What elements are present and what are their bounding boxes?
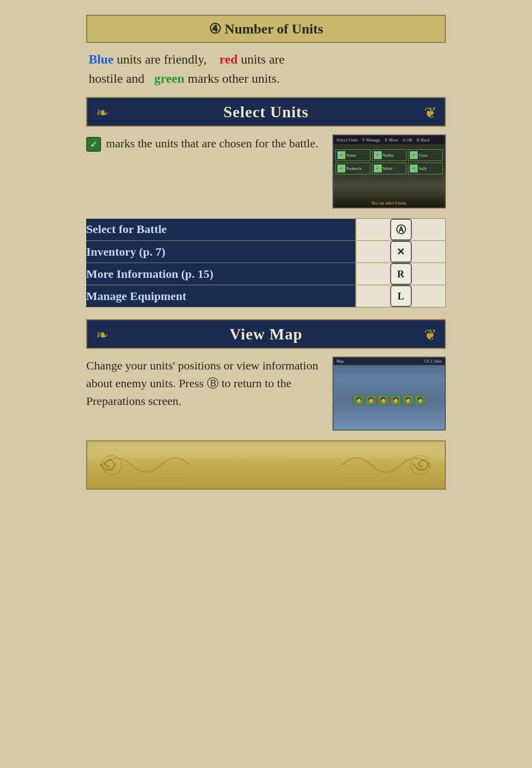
map-terrain: 🧑 🧑 🧑 🧑 🧑 🧑	[333, 367, 445, 430]
svg-text:❧: ❧	[96, 104, 108, 121]
key-badge-l: L	[390, 285, 412, 307]
unit-icon-5: ✓	[374, 165, 382, 172]
map-info-left: Map	[336, 359, 344, 364]
ornament-left-select: ❧	[91, 101, 113, 123]
select-units-title: Select Units	[113, 103, 419, 121]
screenshot-ui-title: Select Units	[336, 137, 358, 142]
view-map-desc: Change your units' positions or view inf…	[86, 359, 318, 407]
unit-name-3: Lissa	[419, 153, 427, 158]
unit-icon-2: ✓	[374, 151, 382, 159]
ornament-left-view-map: ❧	[91, 323, 113, 345]
screenshot-ui-y: Y Manage	[362, 137, 380, 142]
view-map-title-bar: ❧ View Map ❦	[86, 319, 446, 349]
green-label: green	[154, 71, 185, 86]
svg-text:❦: ❦	[424, 104, 436, 121]
map-unit-4: 🧑	[390, 395, 401, 405]
btn-key-l: L	[356, 285, 445, 307]
screenshot-bottom-text: You can select 0 more.	[333, 201, 445, 205]
map-info-bar: Map Ch 1: Vake	[333, 358, 445, 365]
unit-icon-1: ✓	[337, 151, 345, 159]
unit-icon-6: ✓	[410, 165, 418, 172]
page-container: ④ Number of Units Blue units are friendl…	[0, 0, 532, 768]
view-map-title: View Map	[113, 325, 419, 343]
view-map-desc-area: Change your units' positions or view inf…	[86, 357, 446, 431]
unit-cell-3: ✓ Lissa	[408, 149, 443, 161]
section-header-box: ④ Number of Units	[86, 15, 446, 43]
blue-label: Blue	[89, 52, 114, 67]
unit-cell-5: ✓ Miriel	[372, 163, 407, 174]
select-units-desc-area: ✓ marks the units that are chosen for th…	[86, 134, 446, 208]
table-row: Select for Battle Ⓐ	[86, 219, 446, 241]
map-unit-6: 🧑	[415, 395, 426, 405]
unit-cell-1: ✓ Senna	[335, 149, 370, 161]
deco-svg	[87, 441, 445, 489]
text-after-blue: units are friendly,	[117, 52, 216, 67]
view-map-desc-text: Change your units' positions or view inf…	[86, 357, 324, 410]
text-after-green: marks other units.	[188, 71, 280, 86]
btn-label-inventory: Inventory (p. 7)	[86, 241, 356, 263]
map-unit-2: 🧑	[366, 395, 376, 405]
select-units-desc-text: ✓ marks the units that are chosen for th…	[86, 134, 324, 152]
select-units-desc: marks the units that are chosen for the …	[106, 137, 318, 150]
content-wrapper: ④ Number of Units Blue units are friendl…	[86, 10, 446, 495]
btn-label-select-for-battle: Select for Battle	[86, 219, 356, 241]
section-title: Number of Units	[225, 21, 323, 36]
view-map-screenshot-col: Map Ch 1: Vake 🧑 🧑 🧑 🧑 🧑 🧑	[332, 357, 446, 431]
ornament-right-select: ❦	[419, 101, 441, 123]
view-map-screenshot: Map Ch 1: Vake 🧑 🧑 🧑 🧑 🧑 🧑	[332, 357, 446, 431]
btn-key-a: Ⓐ	[356, 219, 445, 241]
key-badge-r: R	[390, 263, 412, 285]
unit-name-2: Nadine	[383, 153, 394, 158]
map-unit-5: 🧑	[402, 395, 413, 405]
check-mark-icon: ✓	[86, 137, 101, 152]
screenshot-ui-a: A OK	[402, 137, 412, 142]
select-units-screenshot: Select Units Y Manage X More A OK B Back…	[332, 134, 446, 208]
units-grid: ✓ Senna ✓ Nadine ✓ Lissa ✓	[335, 149, 443, 174]
key-badge-x: ✕	[390, 241, 412, 263]
unit-icon-3: ✓	[410, 151, 418, 159]
unit-icon-4: ✓	[337, 165, 345, 172]
table-row: More Information (p. 15) R	[86, 263, 446, 285]
svg-text:❧: ❧	[96, 327, 108, 343]
button-table: Select for Battle Ⓐ Inventory (p. 7) ✕	[86, 218, 446, 307]
section-number: ④	[209, 21, 221, 36]
unit-name-6: Sully	[419, 167, 427, 171]
color-description: Blue units are friendly, red units are h…	[86, 50, 446, 88]
select-units-screenshot-col: Select Units Y Manage X More A OK B Back…	[332, 134, 446, 208]
svg-text:❦: ❦	[424, 327, 436, 343]
key-badge-a: Ⓐ	[390, 219, 412, 240]
unit-name-5: Miriel	[383, 167, 393, 171]
unit-name-4: Frederick	[346, 167, 362, 171]
screenshot-ui-bar: Select Units Y Manage X More A OK B Back	[333, 135, 445, 144]
unit-name-1: Senna	[346, 153, 356, 158]
table-row: Inventory (p. 7) ✕	[86, 241, 446, 263]
table-row: Manage Equipment L	[86, 285, 446, 307]
text-after-red: units are	[241, 52, 285, 67]
unit-cell-2: ✓ Nadine	[372, 149, 407, 161]
btn-key-r: R	[356, 263, 445, 285]
red-label: red	[220, 52, 238, 67]
btn-key-x: ✕	[356, 241, 445, 263]
btn-label-more-info: More Information (p. 15)	[86, 263, 356, 285]
btn-label-manage-equipment: Manage Equipment	[86, 285, 356, 307]
unit-cell-6: ✓ Sully	[408, 163, 443, 174]
bottom-decoration: ꩜ ꩜	[86, 440, 446, 490]
map-unit-1: 🧑	[353, 395, 364, 405]
unit-cell-4: ✓ Frederick	[335, 163, 370, 174]
map-info-right: Ch 1: Vake	[425, 359, 442, 364]
screenshot-ui-x: X More	[384, 137, 398, 142]
ornament-right-view-map: ❦	[419, 323, 441, 345]
screenshot-ui-b: B Back	[417, 137, 430, 142]
map-unit-3: 🧑	[378, 395, 389, 405]
select-units-title-bar: ❧ Select Units ❦	[86, 97, 446, 127]
text-hostile: hostile and	[89, 71, 151, 86]
